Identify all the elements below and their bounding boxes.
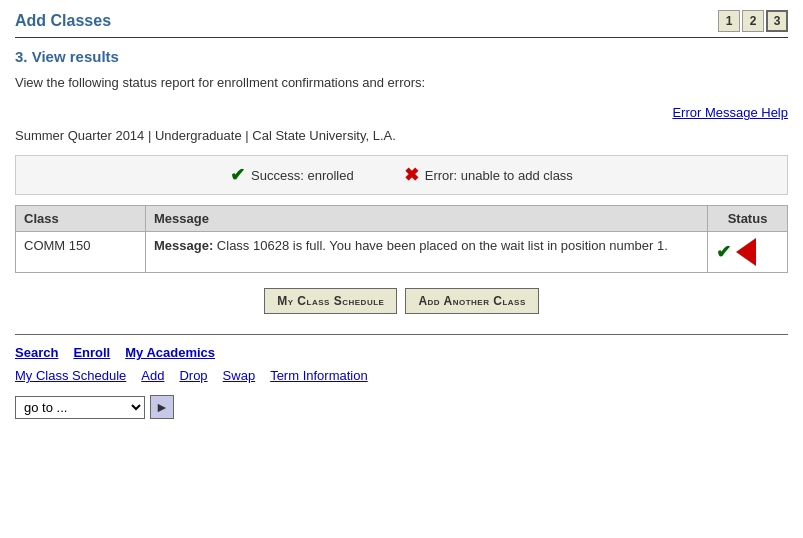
error-help-link[interactable]: Error Message Help <box>15 105 788 120</box>
success-label: Success: enrolled <box>251 168 354 183</box>
results-table: Class Message Status COMM 150 Message: C… <box>15 205 788 273</box>
description-text: View the following status report for enr… <box>15 75 788 90</box>
status-legend: ✔ Success: enrolled ✖ Error: unable to a… <box>15 155 788 195</box>
subnav-term-information[interactable]: Term Information <box>270 368 368 383</box>
subnav-swap[interactable]: Swap <box>223 368 256 383</box>
error-x-icon: ✖ <box>404 164 419 186</box>
subnav-add[interactable]: Add <box>141 368 164 383</box>
step-3: 3 <box>766 10 788 32</box>
col-header-class: Class <box>16 206 146 232</box>
section-divider <box>15 334 788 335</box>
status-check-icon: ✔ <box>716 241 731 263</box>
step-indicators: 1 2 3 <box>718 10 788 32</box>
success-legend: ✔ Success: enrolled <box>230 164 354 186</box>
page-title: Add Classes <box>15 12 111 30</box>
step-1: 1 <box>718 10 740 32</box>
page-header: Add Classes 1 2 3 <box>15 10 788 38</box>
nav-search[interactable]: Search <box>15 345 58 360</box>
nav-enroll[interactable]: Enroll <box>73 345 110 360</box>
cell-status: ✔ <box>708 232 788 273</box>
goto-select[interactable]: go to ... <box>15 396 145 419</box>
add-another-class-button[interactable]: Add Another Class <box>405 288 538 314</box>
col-header-status: Status <box>708 206 788 232</box>
red-arrow-icon <box>736 238 756 266</box>
subnav-my-class-schedule[interactable]: My Class Schedule <box>15 368 126 383</box>
nav-my-academics[interactable]: My Academics <box>125 345 215 360</box>
status-arrow-container: ✔ <box>716 238 779 266</box>
goto-button[interactable]: ► <box>150 395 174 419</box>
cell-message: Message: Class 10628 is full. You have b… <box>146 232 708 273</box>
secondary-nav: My Class Schedule Add Drop Swap Term Inf… <box>15 368 788 383</box>
step-2: 2 <box>742 10 764 32</box>
table-row: COMM 150 Message: Class 10628 is full. Y… <box>16 232 788 273</box>
term-info: Summer Quarter 2014 | Undergraduate | Ca… <box>15 128 788 143</box>
table-header-row: Class Message Status <box>16 206 788 232</box>
section-heading: 3. View results <box>15 48 788 65</box>
message-text: Class 10628 is full. You have been place… <box>213 238 668 253</box>
action-buttons: My Class Schedule Add Another Class <box>15 288 788 314</box>
col-header-message: Message <box>146 206 708 232</box>
cell-class: COMM 150 <box>16 232 146 273</box>
message-bold: Message: <box>154 238 213 253</box>
primary-nav: Search Enroll My Academics <box>15 345 788 360</box>
success-check-icon: ✔ <box>230 164 245 186</box>
main-container: Add Classes 1 2 3 3. View results View t… <box>0 0 803 429</box>
error-label: Error: unable to add class <box>425 168 573 183</box>
my-class-schedule-button[interactable]: My Class Schedule <box>264 288 397 314</box>
goto-container: go to ... ► <box>15 395 788 419</box>
error-legend: ✖ Error: unable to add class <box>404 164 573 186</box>
subnav-drop[interactable]: Drop <box>179 368 207 383</box>
